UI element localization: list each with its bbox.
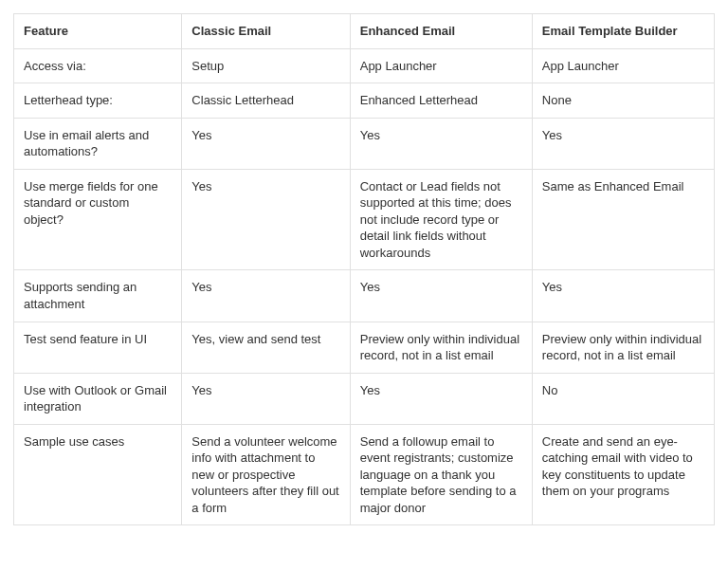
cell-feature: Access via: bbox=[14, 48, 182, 83]
cell-builder: No bbox=[532, 373, 714, 424]
comparison-table: Feature Classic Email Enhanced Email Ema… bbox=[13, 13, 715, 525]
header-email-template-builder: Email Template Builder bbox=[532, 14, 714, 49]
cell-enhanced: App Launcher bbox=[350, 48, 532, 83]
cell-enhanced: Yes bbox=[350, 373, 532, 424]
cell-builder: Create and send an eye-catching email wi… bbox=[532, 424, 714, 525]
cell-enhanced: Send a followup email to event registran… bbox=[350, 424, 532, 525]
cell-feature: Test send feature in UI bbox=[14, 322, 182, 373]
cell-builder: Preview only within individual record, n… bbox=[532, 322, 714, 373]
cell-builder: Same as Enhanced Email bbox=[532, 169, 714, 270]
cell-classic: Classic Letterhead bbox=[182, 83, 350, 119]
cell-builder: App Launcher bbox=[532, 48, 714, 83]
cell-enhanced: Enhanced Letterhead bbox=[350, 83, 532, 119]
cell-feature: Supports sending an attachment bbox=[14, 270, 182, 322]
table-row: Sample use cases Send a volunteer welcom… bbox=[14, 424, 715, 525]
table-row: Use with Outlook or Gmail integration Ye… bbox=[14, 373, 715, 424]
cell-builder: None bbox=[532, 83, 714, 119]
cell-enhanced: Yes bbox=[350, 270, 532, 322]
header-feature: Feature bbox=[14, 14, 182, 49]
cell-classic: Yes bbox=[182, 118, 350, 169]
header-enhanced-email: Enhanced Email bbox=[350, 14, 532, 49]
cell-classic: Yes bbox=[182, 169, 350, 270]
cell-enhanced: Contact or Lead fields not supported at … bbox=[350, 169, 532, 270]
cell-classic: Yes bbox=[182, 373, 350, 424]
cell-feature: Use merge fields for one standard or cus… bbox=[14, 169, 182, 270]
header-classic-email: Classic Email bbox=[182, 14, 350, 49]
cell-builder: Yes bbox=[532, 270, 714, 322]
cell-feature: Letterhead type: bbox=[14, 83, 182, 119]
cell-classic: Yes bbox=[182, 270, 350, 322]
cell-builder: Yes bbox=[532, 118, 714, 169]
table-row: Use in email alerts and automations? Yes… bbox=[14, 118, 715, 169]
table-row: Use merge fields for one standard or cus… bbox=[14, 169, 715, 270]
table-header-row: Feature Classic Email Enhanced Email Ema… bbox=[14, 14, 715, 49]
cell-enhanced: Yes bbox=[350, 118, 532, 169]
cell-classic: Yes, view and send test bbox=[182, 322, 350, 373]
table-row: Access via: Setup App Launcher App Launc… bbox=[14, 48, 715, 83]
cell-feature: Sample use cases bbox=[14, 424, 182, 525]
cell-classic: Setup bbox=[182, 48, 350, 83]
table-row: Test send feature in UI Yes, view and se… bbox=[14, 322, 715, 373]
cell-feature: Use in email alerts and automations? bbox=[14, 118, 182, 169]
table-row: Letterhead type: Classic Letterhead Enha… bbox=[14, 83, 715, 119]
cell-enhanced: Preview only within individual record, n… bbox=[350, 322, 532, 373]
cell-feature: Use with Outlook or Gmail integration bbox=[14, 373, 182, 424]
table-row: Supports sending an attachment Yes Yes Y… bbox=[14, 270, 715, 322]
cell-classic: Send a volunteer welcome info with attac… bbox=[182, 424, 350, 525]
